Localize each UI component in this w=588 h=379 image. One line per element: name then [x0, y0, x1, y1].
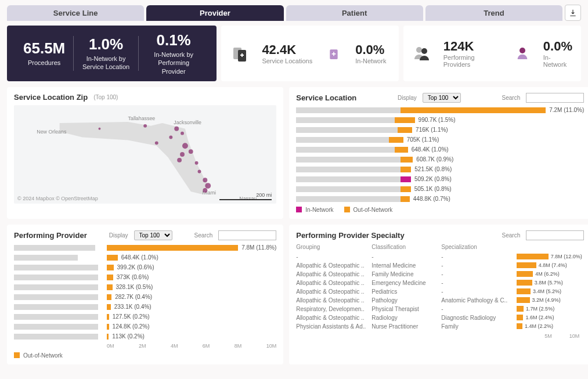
bar-label: 705K (1.1%) — [407, 136, 439, 143]
bar-label: 399.2K (0.6%) — [117, 264, 154, 270]
svg-point-24 — [143, 124, 147, 128]
bar-label: 509.2K (0.8%) — [414, 176, 452, 182]
category-bar — [296, 196, 401, 202]
svg-point-21 — [205, 183, 211, 189]
display-select[interactable]: Top 100 — [423, 93, 461, 103]
category-bar — [14, 245, 95, 251]
kpi-card-locations: 42.4K Service Locations 0.0% In-Network — [221, 26, 399, 81]
value-bar — [517, 288, 531, 294]
value-cell: 1.7M (2.5%) — [517, 306, 584, 312]
cell: Allopathic & Osteopathic .. — [296, 288, 371, 295]
bar-row: 521.5K (0.8%) — [296, 165, 584, 174]
cell: Pathology — [371, 297, 441, 304]
table-row: Physician Assistants & Ad..Nurse Practit… — [296, 322, 584, 331]
svg-point-3 — [416, 47, 422, 53]
bar-row: 282.7K (0.4%) — [14, 293, 276, 301]
kpi-procedures-value: 65.5M — [23, 39, 65, 57]
table-row: Allopathic & Osteopathic ..Pediatrics-3.… — [296, 287, 584, 296]
cell: Internal Medicine — [371, 262, 441, 269]
svg-point-4 — [421, 48, 427, 54]
legend: In-Network Out-of-Network — [296, 207, 584, 213]
value-cell: 1.4M (2.2%) — [517, 323, 584, 329]
search-input[interactable] — [526, 230, 584, 240]
kpi-dark-panel: 65.5M Procedures 1.0% In-Network by Serv… — [7, 26, 217, 81]
kpi-row: 65.5M Procedures 1.0% In-Network by Serv… — [7, 26, 581, 81]
cell: - — [441, 280, 517, 286]
bar-label: 113K (0.2%) — [112, 333, 145, 340]
bar-label: 7.8M (12.0%) — [551, 254, 582, 259]
search-input[interactable] — [526, 93, 584, 103]
service-location-chart: 7.2M (11.0%)990.7K (1.5%)716K (1.1%)705K… — [296, 106, 584, 203]
search-input[interactable] — [218, 230, 276, 240]
svg-point-12 — [174, 127, 179, 131]
value-bar — [517, 271, 533, 277]
chart-title: Performing Provider Specialty — [296, 231, 404, 240]
col-grouping: Grouping — [296, 244, 371, 250]
bar-label: 7.8M (11.8%) — [241, 244, 276, 251]
dashboard-grid: Service Location Zip (Top 100) Tallahass… — [7, 87, 581, 364]
bar-label: 233.1K (0.4%) — [114, 304, 151, 310]
download-button[interactable] — [565, 5, 581, 21]
bar-row: 990.7K (1.5%) — [296, 116, 584, 124]
svg-point-22 — [203, 188, 207, 193]
col-classification: Classification — [371, 244, 441, 250]
value-bar — [395, 117, 414, 123]
table-row: Allopathic & Osteopathic ..Emergency Med… — [296, 279, 584, 287]
bar-row: 7.8M (11.8%) — [14, 244, 276, 252]
kpi-value: 1.0% — [82, 35, 130, 53]
legend-item: Out-of-Network — [14, 352, 63, 359]
cell: Allopathic & Osteopathic .. — [296, 315, 371, 321]
kpi-label: Service Locations — [262, 57, 312, 64]
value-bar — [107, 294, 111, 300]
cell: - — [296, 254, 371, 260]
bar-label: 4.8M (7.4%) — [539, 262, 567, 268]
bar-label: 521.5K (0.8%) — [414, 166, 452, 172]
svg-text:Jacksonville: Jacksonville — [174, 120, 201, 125]
tab-patient[interactable]: Patient — [286, 5, 423, 21]
cell: Allopathic & Osteopathic .. — [296, 297, 371, 304]
bar-label: 3.2M (4.9%) — [532, 297, 561, 303]
kpi-label: In-Network — [355, 57, 386, 64]
tab-trend[interactable]: Trend — [425, 5, 562, 21]
value-bar — [517, 323, 522, 329]
bar-row: 7.2M (11.0%) — [296, 106, 584, 114]
map-card: Service Location Zip (Top 100) Tallahass… — [7, 87, 283, 219]
bar-row: 648.4K (1.0%) — [296, 146, 584, 154]
bar-label: 127.5K (0.2%) — [113, 313, 150, 320]
cell: Allopathic & Osteopathic .. — [296, 271, 371, 277]
display-select[interactable]: Top 100 — [134, 230, 172, 240]
category-bar — [296, 147, 395, 153]
category-bar — [296, 176, 401, 182]
chart-title: Service Location — [296, 93, 356, 102]
value-bar — [401, 176, 411, 182]
search-label: Search — [502, 232, 521, 239]
map-area[interactable]: Tallahassee Jacksonville New Orleans Mia… — [14, 105, 276, 204]
svg-point-19 — [198, 169, 201, 173]
cell: Anatomic Pathology & C.. — [441, 297, 517, 304]
cell: Physician Assistants & Ad.. — [296, 323, 371, 330]
category-bar — [296, 127, 398, 133]
kpi-procedures-label: Procedures — [23, 59, 65, 67]
bar-label: 448.8K (0.7%) — [413, 196, 450, 202]
performing-provider-chart: 7.8M (11.8%)648.4K (1.0%)399.2K (0.6%)37… — [14, 244, 276, 341]
svg-point-15 — [182, 143, 188, 149]
value-bar — [517, 254, 549, 259]
kpi-label: In-Network — [543, 54, 573, 68]
svg-text:New Orleans: New Orleans — [37, 129, 67, 135]
location-network-icon — [323, 42, 345, 64]
value-bar — [401, 157, 413, 163]
value-bar — [517, 306, 524, 312]
chart-axis: 5M10M — [296, 333, 584, 339]
cell: - — [371, 254, 441, 260]
svg-point-17 — [180, 152, 185, 157]
svg-point-25 — [98, 128, 100, 130]
tab-provider[interactable]: Provider — [146, 5, 283, 21]
tab-service-line[interactable]: Service Line — [7, 5, 144, 21]
bar-row: 328.1K (0.5%) — [14, 283, 276, 291]
value-bar — [401, 167, 411, 172]
bar-row: 509.2K (0.8%) — [296, 175, 584, 183]
cell: Family — [441, 323, 517, 330]
svg-text:Tallahassee: Tallahassee — [128, 115, 156, 121]
svg-point-18 — [195, 161, 199, 165]
tab-bar: Service Line Provider Patient Trend — [7, 5, 581, 21]
